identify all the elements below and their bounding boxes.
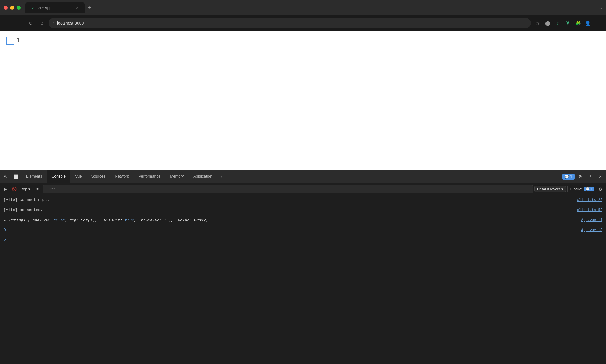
issue-badge[interactable]: 💬 1	[562, 174, 575, 180]
devtools-cursor-icon[interactable]: ↖	[1, 172, 10, 181]
window-controls: ⌄	[599, 5, 602, 10]
eye-button[interactable]: 👁	[34, 186, 41, 192]
expand-triangle-icon[interactable]: ▶	[4, 218, 6, 223]
extensions-button[interactable]: 🧩	[573, 19, 582, 28]
chat-icon: 💬	[565, 175, 569, 179]
devtools-toolbar: ▶ 🚫 top ▾ 👁 Default levels ▾ 1 Issue: 💬 …	[0, 183, 606, 195]
more-tabs-button[interactable]: »	[217, 173, 224, 181]
new-tab-button[interactable]: +	[85, 3, 94, 12]
address-bar-icon: ℹ	[53, 21, 55, 25]
levels-dropdown-arrow-icon: ▾	[561, 187, 563, 191]
tab-elements[interactable]: Elements	[21, 170, 47, 183]
clear-button[interactable]: 🚫	[10, 186, 18, 192]
address-bar[interactable]: ℹ localhost:3000	[49, 18, 531, 28]
ref-impl-text: RefImpl {_shallow: false, dep: Set(1), _…	[9, 218, 208, 223]
console-line-1: [vite] connecting... client.ts:22	[0, 195, 606, 205]
profile-button[interactable]: 👤	[584, 19, 592, 28]
devtools-tab-bar: ↖ ⬜ Elements Console Vue Sources Network…	[0, 170, 606, 183]
extension-button-1[interactable]: ⬤	[543, 19, 552, 28]
bookmark-button[interactable]: ☆	[533, 19, 542, 28]
devtools-close-button[interactable]: ×	[596, 172, 605, 181]
console-line-4: 0 App.vue:13	[0, 225, 606, 235]
console-line-2: [vite] connected. client.ts:52	[0, 205, 606, 215]
menu-button[interactable]: ⋮	[594, 19, 602, 28]
tab-close-button[interactable]: ×	[75, 5, 80, 10]
counter-value: 1	[17, 37, 20, 44]
devtools-icons: ↖ ⬜	[1, 172, 20, 181]
filter-input[interactable]	[43, 185, 533, 193]
traffic-light-yellow[interactable]	[10, 6, 14, 10]
console-link-3[interactable]: App.vue:11	[581, 218, 602, 222]
tab-title: Vite App	[37, 6, 51, 10]
prompt-icon: >	[4, 238, 6, 242]
tab-sources[interactable]: Sources	[87, 170, 110, 183]
tab-performance[interactable]: Performance	[134, 170, 165, 183]
console-text-2: [vite] connected.	[4, 208, 43, 212]
dropdown-arrow-icon: ▾	[28, 187, 30, 191]
nav-bar: ← → ↻ ⌂ ℹ localhost:3000 ☆ ⬤ ↕ V 🧩 👤 ⋮	[0, 15, 606, 31]
url-text: localhost:3000	[57, 21, 84, 25]
traffic-light-green[interactable]	[17, 6, 21, 10]
devtools-right-controls: 💬 1 ⚙ ⋮ ×	[562, 172, 605, 181]
back-button[interactable]: ←	[4, 19, 12, 28]
page-content: +1	[0, 31, 606, 170]
top-selector[interactable]: top ▾	[20, 186, 33, 192]
active-tab[interactable]: V Vite App ×	[25, 2, 85, 13]
console-output: [vite] connecting... client.ts:22 [vite]…	[0, 195, 606, 245]
console-expandable-3[interactable]: ▶ RefImpl {_shallow: false, dep: Set(1),…	[4, 218, 208, 223]
console-text-1: [vite] connecting...	[4, 198, 50, 202]
tab-vue[interactable]: Vue	[70, 170, 87, 183]
issue-badge-count: 1	[591, 187, 592, 191]
top-label: top	[22, 187, 27, 191]
console-link-4[interactable]: App.vue:13	[581, 228, 602, 232]
increment-button[interactable]: +	[6, 37, 14, 45]
default-levels-selector[interactable]: Default levels ▾	[534, 186, 566, 192]
vite-extension-button[interactable]: V	[563, 19, 572, 28]
tab-network[interactable]: Network	[110, 170, 134, 183]
devtools-inspect-icon[interactable]: ⬜	[11, 172, 20, 181]
console-zero: 0	[4, 228, 6, 232]
nav-actions: ☆ ⬤ ↕ V 🧩 👤 ⋮	[533, 19, 602, 28]
devtools-panel: ↖ ⬜ Elements Console Vue Sources Network…	[0, 170, 606, 355]
devtools-settings-button[interactable]: ⚙	[576, 172, 585, 181]
extension-button-2[interactable]: ↕	[553, 19, 562, 28]
execute-button[interactable]: ▶	[2, 186, 9, 192]
console-prompt-line[interactable]: >	[0, 235, 606, 245]
reload-button[interactable]: ↻	[26, 19, 35, 28]
title-bar: V Vite App × + ⌄	[0, 0, 606, 15]
tab-console[interactable]: Console	[47, 170, 70, 183]
forward-button[interactable]: →	[15, 19, 24, 28]
traffic-light-red[interactable]	[4, 6, 8, 10]
issue-badge-small: 💬 1	[584, 187, 594, 191]
browser-window: V Vite App × + ⌄ ← → ↻ ⌂ ℹ localhost:300…	[0, 0, 606, 355]
tab-memory[interactable]: Memory	[165, 170, 188, 183]
issue-count-display: 1 Issue: 💬 1	[567, 186, 596, 192]
tab-favicon: V	[30, 5, 35, 10]
issue-badge-icon: 💬	[586, 187, 590, 191]
issue-label: 1 Issue:	[570, 187, 582, 191]
tab-bar: V Vite App × +	[25, 2, 599, 13]
console-link-2[interactable]: client.ts:52	[577, 208, 602, 212]
traffic-lights	[4, 6, 21, 10]
tab-application[interactable]: Application	[188, 170, 217, 183]
home-button[interactable]: ⌂	[37, 19, 46, 28]
default-levels-label: Default levels	[537, 187, 560, 191]
vite-logo: V	[31, 6, 34, 10]
console-link-1[interactable]: client.ts:22	[577, 198, 602, 202]
devtools-more-button[interactable]: ⋮	[586, 172, 595, 181]
console-line-3: ▶ RefImpl {_shallow: false, dep: Set(1),…	[0, 215, 606, 225]
issue-count: 1	[570, 175, 572, 179]
toolbar-settings-button[interactable]: ⚙	[597, 186, 604, 193]
eye-icon: 👁	[36, 187, 40, 191]
